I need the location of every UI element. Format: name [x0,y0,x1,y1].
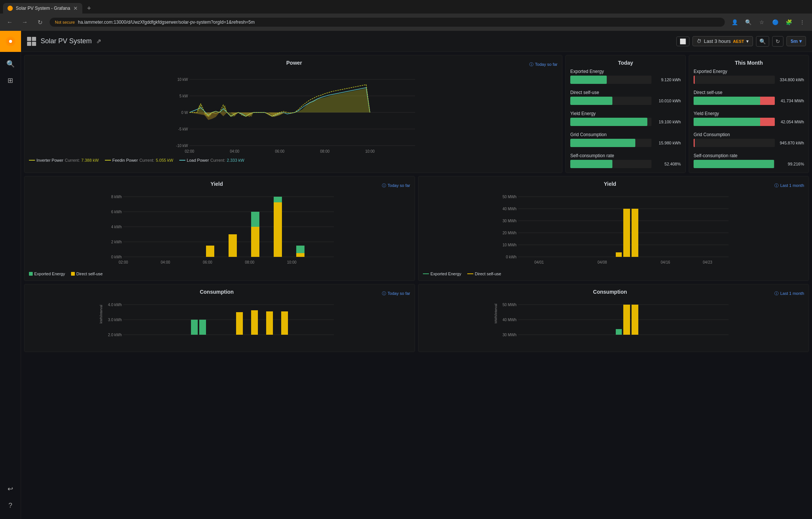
svg-text:20 MWh: 20 MWh [503,231,517,235]
svg-text:40 MWh: 40 MWh [503,207,517,211]
this-month-panel-title: This Month [694,60,804,66]
today-yield-value: 19.100 kWh [654,120,681,124]
tv-mode-button[interactable]: ⬜ [676,36,689,46]
today-direct-bar-bg [570,97,651,105]
time-picker-chevron: ▾ [746,38,749,44]
month-exported-bar-bg [694,76,775,84]
yield-month-bar-1 [623,209,630,257]
month-yield-bar-row: 42.054 MWh [694,118,804,126]
power-panel-subtitle-area: ⓘ Today so far [529,62,557,67]
inverter-power-line-icon [29,160,35,161]
reload-button[interactable]: ↻ [35,19,45,26]
sidebar-bottom: ↩ ? [3,481,18,519]
cons-month-bar-1 [623,305,630,335]
yield-bar-yellow-1 [206,246,214,257]
month-direct-bar-bg [694,97,775,105]
zoom-out-button[interactable]: 🔍 [756,36,769,47]
today-scr-value: 52.408% [654,162,681,166]
yield-month-title: Yield [445,181,774,187]
month-direct-value: 41.734 MWh [778,99,804,103]
cons-today-bar-5 [266,311,273,335]
power-panel-subtitle: Today so far [535,62,557,67]
new-tab-button[interactable]: + [84,3,94,14]
month-direct-bar-row: 41.734 MWh [694,97,804,105]
refresh-button[interactable]: ↻ [772,36,783,47]
tab-favicon [8,6,13,11]
month-grid-label: Grid Consumption [694,132,804,137]
today-yield-bar-row: 19.100 kWh [570,118,681,126]
month-yield-value: 42.054 MWh [778,120,804,124]
interval-chevron: ▾ [799,38,802,44]
yield-month-chart-container: 50 MWh 40 MWh 30 MWh 20 MWh 10 MWh 0 kWh [423,193,804,269]
today-direct-selfuse: Direct self-use 10.010 kWh [570,90,681,105]
yield-bar-yellow-5 [296,253,304,257]
svg-text:3.0 kWh: 3.0 kWh [108,318,122,322]
load-power-line-icon [179,160,185,161]
svg-text:04/16: 04/16 [661,260,670,264]
menu-icon[interactable]: ⋮ [797,17,807,27]
consumption-today-header: Consumption ⓘ Today so far [29,289,410,298]
direct-selfuse-month-icon [467,273,473,274]
svg-text:8 kWh: 8 kWh [111,195,122,199]
yield-today-panel: Yield ⓘ Today so far [24,176,415,281]
cons-today-bar-4 [251,310,258,335]
yield-month-subtitle: Last 1 month [780,183,804,188]
month-direct-selfuse: Direct self-use 41.734 MWh [694,90,804,105]
bookmark-icon[interactable]: ☆ [756,17,767,27]
sidebar-item-back[interactable]: ↩ [3,481,18,496]
clock-icon: ⏱ [697,38,701,44]
svg-text:04/23: 04/23 [703,260,712,264]
exported-energy-label: Exported Energy [34,272,65,276]
sidebar-item-dashboards[interactable]: ⊞ [3,73,18,88]
today-direct-label: Direct self-use [570,90,681,95]
yield-today-info-icon: ⓘ [382,183,386,188]
tab-bar: Solar PV System - Grafana ✕ + [0,0,812,14]
today-grid-bar-bg [570,139,651,147]
month-scr-bar-fill [694,160,774,168]
yield-month-panel: Yield ⓘ Last 1 month [418,176,809,281]
this-month-panel: This Month Exported Energy 334.800 kWh [689,55,809,173]
svg-text:02:00: 02:00 [185,149,194,153]
svg-text:MWh/interval: MWh/interval [494,304,498,323]
sidebar-item-help[interactable]: ? [3,498,18,513]
top-navigation: Solar PV System ⇗ ⬜ ⏱ Last 3 hours AEST … [21,31,812,52]
month-yield-green-fill [694,118,760,126]
svg-text:04:00: 04:00 [161,260,170,264]
share-icon[interactable]: ⇗ [96,38,101,45]
dashboard-content: Power ⓘ Today so far [21,52,812,519]
month-yield-energy: Yield Energy 42.054 MWh [694,111,804,126]
extensions-icon[interactable]: 🧩 [783,17,794,27]
left-sidebar: 🔍 ⊞ ↩ ? [0,31,21,519]
sidebar-item-search[interactable]: 🔍 [3,56,18,71]
svg-text:4.0 kWh: 4.0 kWh [108,303,122,307]
today-grid-bar-fill [570,139,635,147]
back-button[interactable]: ← [5,19,15,26]
tab-close-button[interactable]: ✕ [73,5,78,11]
legend-direct-selfuse-yield: Direct self-use [71,272,103,276]
legend-feedin-power: Feedin Power Current: 5.055 kW [105,158,173,162]
consumption-today-info-icon: ⓘ [382,291,386,296]
month-grid-red-marker [694,139,695,147]
refresh-interval[interactable]: 5m ▾ [786,36,806,46]
url-bar[interactable]: Not secure ha.iammeter.com:13000/d/UwzXf… [50,18,725,27]
consumption-month-chart-container: 50 MWh 40 MWh 30 MWh MWh/interval [423,301,804,347]
svg-text:50 MWh: 50 MWh [503,195,517,199]
today-scr-bar-fill [570,160,612,168]
svg-text:0 kWh: 0 kWh [111,255,122,259]
search-icon[interactable]: 🔍 [743,17,753,27]
row-yield: Yield ⓘ Today so far [24,176,809,281]
time-picker[interactable]: ⏱ Last 3 hours AEST ▾ [692,36,753,46]
extension-icon[interactable]: 🔵 [770,17,780,27]
profile-icon[interactable]: 👤 [729,17,740,27]
yield-today-legend: Exported Energy Direct self-use [29,272,410,276]
today-self-consumption-rate: Self-consumption rate 52.408% [570,153,681,168]
sidebar-navigation: 🔍 ⊞ [3,52,18,481]
grafana-logo[interactable] [0,31,21,52]
svg-text:kWh/interval: kWh/interval [99,305,103,323]
forward-button[interactable]: → [20,19,30,26]
month-yield-red-fill [760,118,775,126]
browser-toolbar: 👤 🔍 ☆ 🔵 🧩 ⋮ [729,17,807,27]
active-tab[interactable]: Solar PV System - Grafana ✕ [3,3,82,14]
today-exported-bar-row: 9.120 kWh [570,76,681,84]
today-panel: Today Exported Energy 9.120 kWh [565,55,686,173]
